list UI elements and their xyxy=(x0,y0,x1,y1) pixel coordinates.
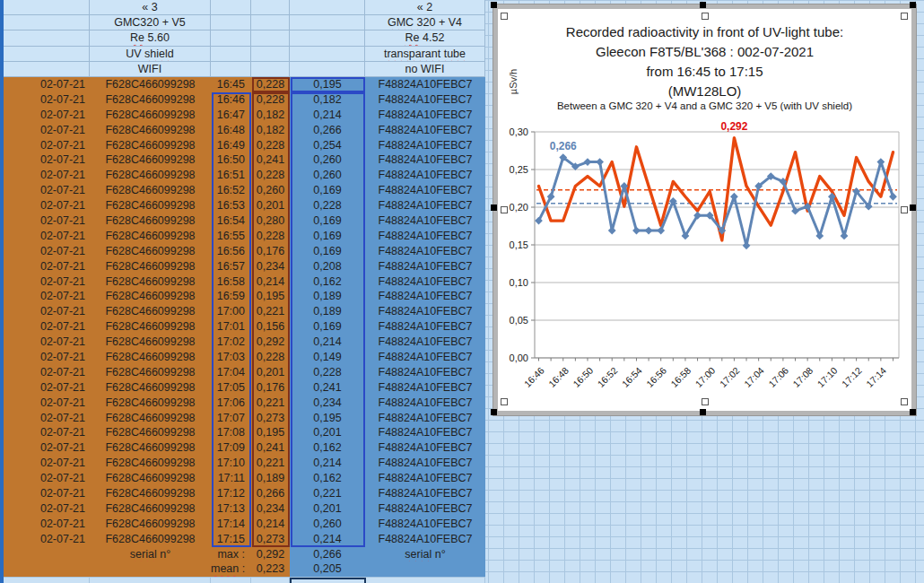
value2-cell[interactable]: 0,228 xyxy=(290,365,365,380)
footer-empty-cell[interactable] xyxy=(90,561,211,577)
value2-cell[interactable]: 0,214 xyxy=(290,108,365,123)
time-cell[interactable]: 17:00 xyxy=(211,304,251,319)
date-cell[interactable]: 02-07-21 xyxy=(4,108,90,123)
header-cell-left[interactable]: Re 5.60 xyxy=(90,30,211,46)
serial-left-cell[interactable]: F628C466099298 xyxy=(90,138,211,153)
serial-right-cell[interactable]: F48824A10FEBC7 xyxy=(365,456,485,471)
date-cell[interactable]: 02-07-21 xyxy=(4,396,90,411)
date-cell[interactable]: 02-07-21 xyxy=(4,123,90,138)
date-cell[interactable]: 02-07-21 xyxy=(4,501,90,517)
header-cell-right[interactable]: transparant tube xyxy=(365,47,485,62)
serial-right-cell[interactable]: F48824A10FEBC7 xyxy=(365,471,485,486)
chart-object[interactable]: 0,300,250,200,150,100,050,0016:4616:4816… xyxy=(493,4,916,415)
serial-left-cell[interactable]: F628C466099298 xyxy=(90,92,211,108)
serial-right-cell[interactable]: F48824A10FEBC7 xyxy=(365,319,485,335)
value2-cell[interactable]: 0,260 xyxy=(290,152,365,168)
date-cell[interactable]: 02-07-21 xyxy=(4,517,90,532)
value1-cell[interactable]: 0,228 xyxy=(251,350,290,365)
serial-left-cell[interactable]: F628C466099298 xyxy=(90,259,211,274)
time-cell[interactable]: 17:04 xyxy=(211,365,251,380)
header-cell-empty[interactable] xyxy=(4,15,90,30)
serial-right-cell[interactable]: F48824A10FEBC7 xyxy=(365,138,485,153)
value2-cell[interactable]: 0,201 xyxy=(290,425,365,440)
value2-cell[interactable]: 0,169 xyxy=(290,229,365,244)
time-cell[interactable]: 16:50 xyxy=(211,152,251,168)
serial-left-cell[interactable]: F628C466099298 xyxy=(90,319,211,335)
serial-right-cell[interactable]: F48824A10FEBC7 xyxy=(365,335,485,350)
date-cell[interactable]: 02-07-21 xyxy=(4,92,90,108)
footer-empty-cell[interactable] xyxy=(4,547,90,562)
header-cell-empty[interactable] xyxy=(4,62,90,77)
time-cell[interactable]: 17:08 xyxy=(211,425,251,440)
serial-right-cell[interactable]: F48824A10FEBC7 xyxy=(365,259,485,274)
value1-cell[interactable]: 0,189 xyxy=(251,471,290,486)
header-cell-empty[interactable] xyxy=(290,30,365,46)
value2-cell[interactable]: 0,254 xyxy=(290,138,365,153)
value1-cell[interactable]: 0,273 xyxy=(251,532,290,547)
header-cell-empty[interactable] xyxy=(211,62,251,77)
serial-left-cell[interactable]: F628C466099298 xyxy=(90,365,211,380)
time-cell[interactable]: 17:06 xyxy=(211,396,251,411)
footer-empty-cell[interactable] xyxy=(4,561,90,577)
value1-cell[interactable]: 0,195 xyxy=(251,289,290,304)
date-cell[interactable]: 02-07-21 xyxy=(4,198,90,213)
value1-cell[interactable]: 0,228 xyxy=(251,168,290,183)
serial-left-cell[interactable]: F628C466099298 xyxy=(90,108,211,123)
time-cell[interactable]: 17:01 xyxy=(211,319,251,335)
serial-right-cell[interactable]: F48824A10FEBC7 xyxy=(365,274,485,290)
empty-cell[interactable] xyxy=(211,578,251,582)
serial-left-cell[interactable]: F628C466099298 xyxy=(90,274,211,290)
header-cell-empty[interactable] xyxy=(251,0,290,15)
serial-right-cell[interactable]: F48824A10FEBC7 xyxy=(365,229,485,244)
time-cell[interactable]: 16:52 xyxy=(211,183,251,198)
inner-handle-bottom-center[interactable] xyxy=(702,398,709,405)
date-cell[interactable]: 02-07-21 xyxy=(4,486,90,501)
serial-right-cell[interactable]: F48824A10FEBC7 xyxy=(365,304,485,319)
header-cell-empty[interactable] xyxy=(4,0,90,15)
header-cell-left[interactable]: WIFI xyxy=(90,62,211,77)
serial-right-cell[interactable]: F48824A10FEBC7 xyxy=(365,108,485,123)
time-cell[interactable]: 17:14 xyxy=(211,517,251,532)
serial-right-cell[interactable]: F48824A10FEBC7 xyxy=(365,517,485,532)
header-cell-empty[interactable] xyxy=(290,62,365,77)
time-cell[interactable]: 16:55 xyxy=(211,229,251,244)
time-cell[interactable]: 16:57 xyxy=(211,259,251,274)
date-cell[interactable]: 02-07-21 xyxy=(4,213,90,229)
date-cell[interactable]: 02-07-21 xyxy=(4,304,90,319)
value1-cell[interactable]: 0,214 xyxy=(251,274,290,290)
value2-cell[interactable]: 0,221 xyxy=(290,486,365,501)
handle-mid-left[interactable] xyxy=(491,204,497,211)
footer-empty-cell[interactable] xyxy=(365,561,485,577)
value2-cell[interactable]: 0,214 xyxy=(290,456,365,471)
inner-handle-mid-right[interactable] xyxy=(901,206,908,213)
empty-cell[interactable] xyxy=(4,578,90,582)
value1-cell[interactable]: 0,292 xyxy=(251,335,290,350)
value2-cell[interactable]: 0,214 xyxy=(290,335,365,350)
header-cell-empty[interactable] xyxy=(290,15,365,30)
serial-right-cell[interactable]: F48824A10FEBC7 xyxy=(365,92,485,108)
header-cell-left[interactable]: UV shield xyxy=(90,47,211,62)
date-cell[interactable]: 02-07-21 xyxy=(4,532,90,547)
serial-left-cell[interactable]: F628C466099298 xyxy=(90,517,211,532)
serial-left-cell[interactable]: F628C466099298 xyxy=(90,456,211,471)
serial-right-cell[interactable]: F48824A10FEBC7 xyxy=(365,532,485,547)
value2-cell[interactable]: 0,241 xyxy=(290,380,365,396)
serial-left-cell[interactable]: F628C466099298 xyxy=(90,532,211,547)
inner-handle-mid-left[interactable] xyxy=(501,206,508,213)
date-cell[interactable]: 02-07-21 xyxy=(4,456,90,471)
serial-right-cell[interactable]: F48824A10FEBC7 xyxy=(365,396,485,411)
empty-cell[interactable] xyxy=(290,578,365,582)
value1-cell[interactable]: 0,228 xyxy=(251,138,290,153)
serial-left-cell[interactable]: F628C466099298 xyxy=(90,471,211,486)
serial-label-cell[interactable]: serial n° xyxy=(90,547,211,562)
value1-cell[interactable]: 0,156 xyxy=(251,319,290,335)
value2-cell[interactable]: 0,189 xyxy=(290,289,365,304)
serial-right-cell[interactable]: F48824A10FEBC7 xyxy=(365,123,485,138)
empty-cell[interactable] xyxy=(90,578,211,582)
max-label-cell[interactable]: max : xyxy=(211,547,251,562)
header-cell-empty[interactable] xyxy=(211,0,251,15)
value2-cell[interactable]: 0,162 xyxy=(290,274,365,290)
value1-cell[interactable]: 0,228 xyxy=(251,77,290,92)
date-cell[interactable]: 02-07-21 xyxy=(4,244,90,259)
value1-cell[interactable]: 0,221 xyxy=(251,456,290,471)
